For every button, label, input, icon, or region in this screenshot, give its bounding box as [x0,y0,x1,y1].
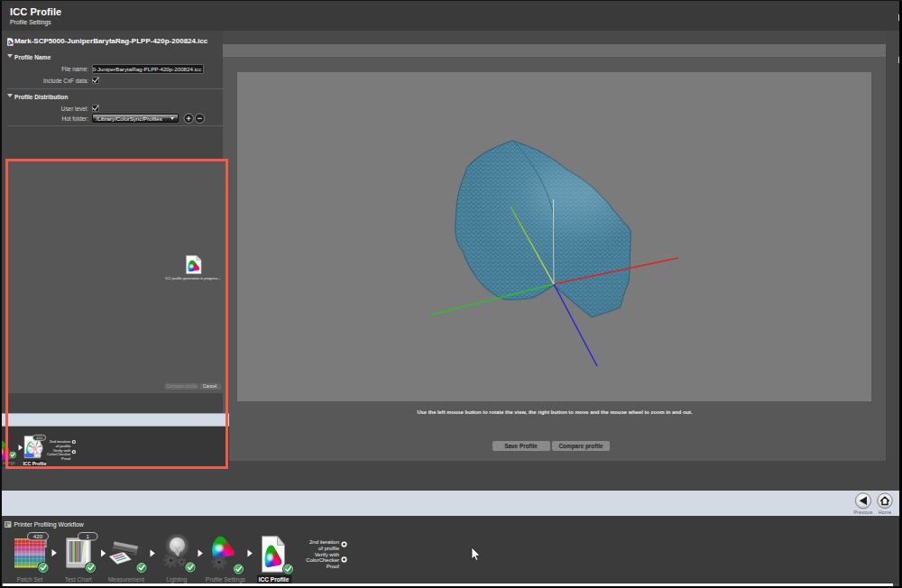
svg-text:Printer Profiling Workflow: Printer Profiling Workflow [14,521,84,528]
svg-text:Lighting: Lighting [166,576,187,583]
svg-text:Previous: Previous [854,510,873,515]
svg-text:Test Chart: Test Chart [65,576,92,583]
svg-text:2nd iteration: 2nd iteration [309,539,339,545]
svg-text:420: 420 [33,533,43,539]
svg-text:Patch Set: Patch Set [17,576,43,583]
svg-text:Profile Settings: Profile Settings [206,576,246,583]
svg-text:Measurement: Measurement [108,576,144,583]
svg-text:ICC Profile: ICC Profile [259,576,290,583]
svg-text:of profile: of profile [318,546,340,551]
svg-text:Home: Home [879,510,891,515]
svg-text:Proof: Proof [327,564,340,569]
svg-text:1: 1 [87,533,90,539]
svg-text:ColorChecker: ColorChecker [306,557,339,563]
svg-text:Verify with: Verify with [315,552,339,557]
